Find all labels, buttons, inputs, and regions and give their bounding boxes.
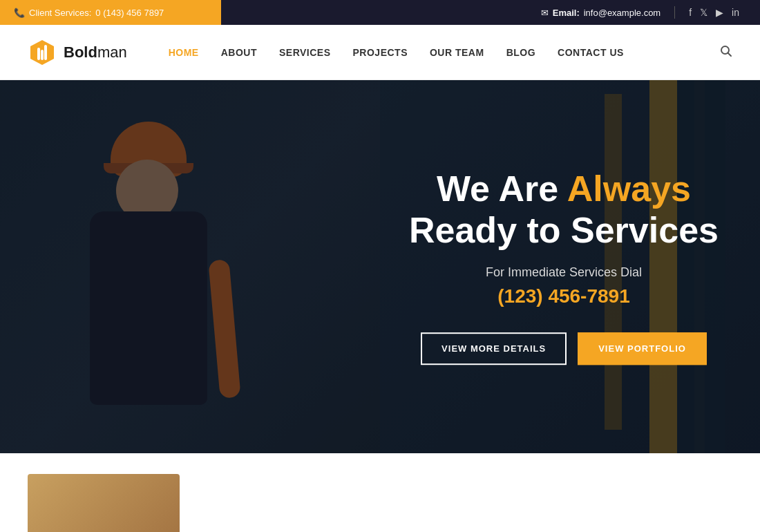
hero-title-part1: We Are <box>437 169 567 209</box>
email-label: Email: <box>553 8 580 18</box>
header: Boldman HOME ABOUT SERVICES PROJECTS OUR… <box>0 25 760 80</box>
nav-blog[interactable]: BLOG <box>506 47 535 58</box>
top-bar-right: ✉ Email: info@example.com f 𝕏 ▶ in <box>221 0 760 25</box>
social-icons: f 𝕏 ▶ in <box>689 7 739 18</box>
phone-number: 0 (143) 456 7897 <box>95 8 164 18</box>
hero-title-part2: Ready to Services <box>409 210 719 250</box>
email-address: info@example.com <box>584 8 661 18</box>
svg-line-5 <box>728 53 732 56</box>
nav-contact-us[interactable]: CONTACT US <box>558 47 624 58</box>
svg-rect-3 <box>41 50 44 60</box>
email-info: ✉ Email: info@example.com <box>541 8 661 18</box>
hero-title-accent: Always <box>567 169 691 209</box>
hero-title: We Are Always Ready to Services <box>409 169 719 251</box>
hero-phone: (123) 456-7891 <box>409 285 719 307</box>
top-bar: 📞 Client Services: 0 (143) 456 7897 ✉ Em… <box>0 0 760 25</box>
view-portfolio-button[interactable]: VIEW PORTFOLIO <box>578 332 707 365</box>
logo-icon <box>28 38 57 67</box>
hero-content: We Are Always Ready to Services For Imme… <box>409 169 719 365</box>
nav-services[interactable]: SERVICES <box>279 47 331 58</box>
below-hero <box>0 453 760 532</box>
logo[interactable]: Boldman <box>28 38 127 67</box>
view-more-details-button[interactable]: VIEW MORE DETAILS <box>421 332 567 365</box>
hero-subtitle: For Immediate Services Dial <box>409 265 719 280</box>
email-icon: ✉ <box>541 8 549 18</box>
main-nav: HOME ABOUT SERVICES PROJECTS OUR TEAM BL… <box>169 45 732 60</box>
nav-projects[interactable]: PROJECTS <box>353 47 408 58</box>
divider <box>674 6 675 19</box>
logo-text: Boldman <box>64 44 127 61</box>
top-bar-left: 📞 Client Services: 0 (143) 456 7897 <box>0 0 221 25</box>
logo-bold: Bold <box>64 44 97 61</box>
thumbnail-preview <box>28 474 180 532</box>
svg-rect-2 <box>44 45 47 60</box>
nav-about[interactable]: ABOUT <box>221 47 257 58</box>
search-icon[interactable] <box>720 45 732 60</box>
facebook-icon[interactable]: f <box>689 7 692 18</box>
client-services-label: Client Services: <box>29 8 91 18</box>
hero-buttons: VIEW MORE DETAILS VIEW PORTFOLIO <box>409 332 719 365</box>
phone-icon: 📞 <box>14 8 25 18</box>
nav-our-team[interactable]: OUR TEAM <box>430 47 484 58</box>
twitter-icon[interactable]: 𝕏 <box>700 7 707 18</box>
hero-section: We Are Always Ready to Services For Imme… <box>0 80 760 453</box>
linkedin-icon[interactable]: in <box>732 7 739 18</box>
logo-regular: man <box>97 44 127 61</box>
youtube-icon[interactable]: ▶ <box>716 7 723 18</box>
nav-home[interactable]: HOME <box>169 47 199 58</box>
svg-rect-1 <box>37 48 40 60</box>
